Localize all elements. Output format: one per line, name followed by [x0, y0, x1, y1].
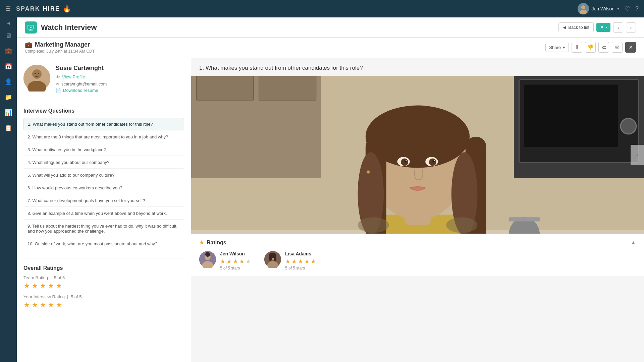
rater-card-jen: Jen Wilson ★ ★ ★ ★ ★ 5 of 5 stars — [199, 251, 251, 270]
help-icon[interactable]: ? — [635, 5, 639, 12]
lisa-star-4: ★ — [304, 258, 310, 265]
tag-button[interactable]: 🏷 — [598, 42, 609, 53]
close-button[interactable]: ✕ — [625, 42, 636, 53]
team-star-3: ★ — [40, 282, 46, 290]
ratings-below: ★ Ratings ▲ — [191, 234, 644, 276]
download-icon: ⬇ — [575, 44, 579, 50]
svg-point-37 — [401, 159, 408, 166]
sidebar-collapse-arrow[interactable]: ◀ — [7, 21, 10, 25]
page-header-right: ◀ Back to list ▼ ▾ ‹ › — [558, 22, 636, 33]
hamburger-menu[interactable]: ☰ — [5, 5, 11, 12]
close-icon: ✕ — [629, 44, 633, 50]
sidebar-item-calendar[interactable]: 📅 — [2, 60, 15, 73]
team-rating-label: Team Rating | 5 of 5 — [23, 275, 184, 280]
overall-ratings-section: Overall Ratings Team Rating | 5 of 5 ★ ★… — [23, 258, 184, 309]
right-panel: 1. What makes you stand out from other c… — [191, 58, 644, 362]
team-star-1: ★ — [23, 282, 30, 290]
question-item-10[interactable]: 10. Outside of work, what are you most p… — [23, 238, 184, 250]
sidebar-item-jobs[interactable]: 💼 — [2, 44, 15, 58]
question-item-4[interactable]: 4. What intrigues you about our company? — [23, 157, 184, 169]
email-text: scartwright@email.com — [61, 81, 107, 86]
view-profile-link[interactable]: 👁 View Profile — [56, 74, 107, 79]
svg-rect-54 — [269, 255, 272, 261]
back-arrow-icon: ◀ — [563, 25, 566, 30]
page-icon — [25, 21, 37, 34]
video-next-button[interactable]: › — [631, 145, 644, 165]
team-star-4: ★ — [48, 282, 54, 290]
back-to-list-button[interactable]: ◀ Back to list — [558, 22, 594, 32]
filter-button[interactable]: ▼ ▾ — [596, 23, 610, 32]
rater-avatar-lisa — [264, 251, 281, 268]
team-rating-score: 5 of 5 — [54, 275, 65, 280]
svg-point-10 — [38, 73, 39, 74]
video-container: ‹ — [191, 76, 644, 234]
your-rating-score: 5 of 5 — [71, 294, 82, 299]
message-button[interactable]: ✉ — [612, 42, 623, 53]
back-to-list-label: Back to list — [568, 25, 589, 30]
job-title-row: 💼 Marketing Manager — [25, 41, 95, 48]
thumbs-down-button[interactable]: 👎 — [585, 42, 596, 53]
job-title-text: Marketing Manager — [35, 41, 90, 48]
sidebar-item-reviews[interactable]: 📋 — [2, 121, 15, 135]
your-star-1: ★ — [23, 301, 30, 309]
question-item-5[interactable]: 5. What will you add to our company cult… — [23, 169, 184, 181]
page-header-left: Watch Interview — [25, 21, 97, 34]
nav-right: Jen Wilson ▾ ♡ ? — [578, 3, 639, 14]
question-item-3[interactable]: 3. What motivates you in the workplace? — [23, 144, 184, 156]
job-completed: Completed: July 24th at 11:34 AM CDT — [25, 49, 95, 54]
resume-icon: 📄 — [56, 88, 61, 93]
tag-icon: 🏷 — [601, 45, 606, 50]
download-button[interactable]: ⬇ — [572, 42, 582, 53]
email-icon: ✉ — [56, 81, 59, 86]
user-menu[interactable]: Jen Wilson ▾ — [578, 3, 619, 14]
jen-star-5: ★ — [246, 258, 251, 265]
prev-interview-button[interactable]: ‹ — [613, 22, 623, 33]
lisa-star-2: ★ — [291, 258, 297, 265]
heart-icon[interactable]: ♡ — [625, 5, 630, 12]
sub-header: 💼 Marketing Manager Completed: July 24th… — [17, 38, 644, 58]
next-interview-button[interactable]: › — [626, 22, 636, 33]
ratings-title-text: Ratings — [207, 240, 226, 246]
share-button[interactable]: Share ▾ — [545, 43, 569, 52]
rater-card-lisa: Lisa Adams ★ ★ ★ ★ ★ 5 of 5 stars — [264, 251, 316, 270]
ratings-collapse-button[interactable]: ▲ — [631, 240, 636, 246]
left-sidebar: ◀ 🖥 💼 📅 👤 📁 📊 📋 — [0, 17, 17, 362]
lisa-star-1: ★ — [285, 258, 290, 265]
user-avatar — [578, 3, 589, 14]
video-frame — [191, 76, 644, 234]
your-star-3: ★ — [40, 301, 46, 309]
team-rating-row: Team Rating | 5 of 5 ★ ★ ★ ★ ★ — [23, 275, 184, 290]
svg-point-9 — [35, 73, 36, 74]
lisa-star-3: ★ — [298, 258, 303, 265]
lisa-star-count: 5 of 5 stars — [285, 266, 316, 270]
sub-header-left: 💼 Marketing Manager Completed: July 24th… — [25, 41, 95, 54]
svg-point-43 — [367, 171, 370, 174]
video-background — [191, 76, 644, 234]
briefcase-icon: 💼 — [25, 41, 32, 48]
candidate-email: ✉ scartwright@email.com — [56, 81, 107, 86]
question-item-2[interactable]: 2. What are the 3 things that are most i… — [23, 131, 184, 143]
nav-left: ☰ SPARK HIRE 🔥 — [5, 5, 71, 13]
questions-section-title: Interview Questions — [23, 108, 184, 114]
view-profile-text: View Profile — [62, 74, 85, 79]
filter-chevron: ▾ — [605, 25, 607, 29]
rater-avatar-jen — [199, 251, 216, 268]
candidate-resume[interactable]: 📄 Download resume — [56, 88, 107, 93]
video-question-header: 1. What makes you stand out from other c… — [191, 58, 644, 76]
question-item-6[interactable]: 6. How would previous co-workers describ… — [23, 182, 184, 194]
sidebar-item-candidates[interactable]: 👤 — [2, 75, 15, 88]
svg-point-7 — [32, 69, 42, 79]
content-area: Susie Cartwright 👁 View Profile ✉ scartw… — [17, 58, 644, 362]
svg-point-38 — [429, 159, 436, 166]
your-star-2: ★ — [32, 301, 38, 309]
question-item-1[interactable]: 1. What makes you stand out from other c… — [23, 118, 184, 130]
question-item-7[interactable]: 7. What career development goals have yo… — [23, 195, 184, 207]
sidebar-item-dashboard[interactable]: 🖥 — [2, 29, 15, 42]
user-chevron: ▾ — [617, 6, 619, 11]
sidebar-item-reports[interactable]: 📊 — [2, 106, 15, 119]
question-item-8[interactable]: 8. Give an example of a time when you we… — [23, 207, 184, 220]
question-item-9[interactable]: 9. Tell us about the hardest thing you'v… — [23, 220, 184, 237]
sidebar-item-files[interactable]: 📁 — [2, 90, 15, 104]
rater-info-lisa: Lisa Adams ★ ★ ★ ★ ★ 5 of 5 stars — [285, 251, 316, 270]
svg-rect-17 — [524, 85, 618, 147]
